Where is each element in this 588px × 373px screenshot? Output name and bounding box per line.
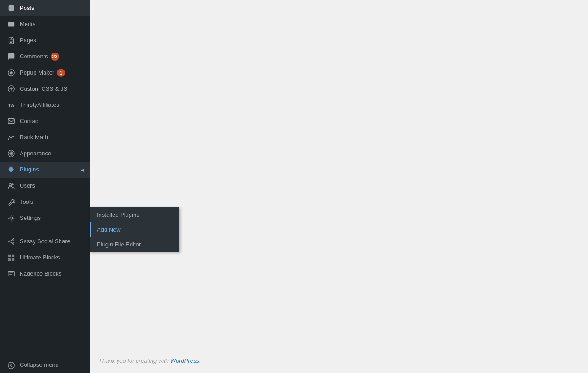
sidebar-item-popup-maker[interactable]: Popup Maker 1 [0, 65, 90, 81]
sidebar-item-contact-label: Contact [20, 117, 40, 125]
sidebar-item-sassy-social-share[interactable]: Sassy Social Share [0, 233, 90, 250]
svg-line-13 [10, 240, 12, 241]
svg-point-9 [10, 217, 12, 219]
svg-point-7 [9, 184, 12, 186]
contact-icon [6, 117, 16, 125]
sidebar-item-plugins-label: Plugins [20, 166, 39, 174]
rank-math-icon [6, 133, 16, 141]
sidebar-item-media[interactable]: Media [0, 16, 90, 32]
footer-text-after: . [199, 357, 201, 364]
settings-icon [6, 214, 16, 222]
media-icon [6, 20, 16, 28]
sidebar-item-thirsty-affiliates[interactable]: TA ThirstyAffiliates [0, 97, 90, 113]
svg-rect-16 [12, 255, 14, 257]
svg-point-12 [13, 243, 14, 245]
popup-maker-icon [6, 69, 16, 77]
footer-text-before: Thank you for creating with [99, 357, 170, 364]
ultimate-icon [6, 254, 16, 262]
submenu-add-new[interactable]: Add New [90, 222, 179, 237]
appearance-icon [6, 149, 16, 158]
submenu-installed-plugins-label: Installed Plugins [97, 211, 139, 218]
sidebar-item-popup-maker-label: Popup Maker [20, 69, 54, 77]
plugins-icon [6, 166, 16, 174]
sidebar-item-posts-label: Posts [20, 4, 35, 12]
sidebar-item-collapse-label: Collapse menu [20, 361, 59, 369]
thirsty-icon: TA [6, 101, 16, 109]
posts-icon [6, 4, 16, 12]
sidebar-item-plugins[interactable]: Plugins ◀ [0, 162, 90, 178]
submenu-installed-plugins[interactable]: Installed Plugins [90, 207, 179, 222]
sidebar-item-posts[interactable]: Posts [0, 0, 90, 16]
sidebar-item-custom-css-js[interactable]: Custom CSS & JS [0, 81, 90, 97]
sidebar-item-comments-label: Comments [20, 53, 48, 61]
svg-point-6 [10, 152, 12, 154]
svg-rect-18 [12, 258, 14, 261]
sidebar-item-media-label: Media [20, 20, 35, 28]
tools-icon [6, 198, 16, 206]
sidebar-item-appearance[interactable]: Appearance [0, 145, 90, 162]
sidebar-item-collapse[interactable]: Collapse menu [0, 357, 90, 373]
submenu-plugin-file-editor[interactable]: Plugin File Editor [90, 237, 179, 252]
sidebar-item-rank-math[interactable]: Rank Math [0, 129, 90, 145]
svg-rect-17 [8, 258, 11, 261]
comments-icon [6, 53, 16, 61]
sidebar-item-comments[interactable]: Comments 23 [0, 48, 90, 65]
main-content: Thank you for creating with WordPress. [90, 0, 588, 373]
sassy-icon [6, 237, 16, 246]
svg-line-14 [10, 242, 12, 243]
svg-rect-5 [8, 119, 14, 124]
comments-badge: 23 [51, 53, 59, 61]
sidebar-item-pages-label: Pages [20, 36, 36, 44]
sidebar-item-custom-css-js-label: Custom CSS & JS [20, 85, 67, 93]
users-icon [6, 182, 16, 190]
sidebar-item-ultimate-blocks-label: Ultimate Blocks [20, 254, 60, 262]
svg-point-20 [8, 362, 14, 368]
footer-wordpress-link[interactable]: WordPress [170, 357, 199, 364]
popup-maker-badge: 1 [57, 69, 65, 77]
pages-icon [6, 36, 16, 44]
sidebar-item-kadence-blocks-label: Kadence Blocks [20, 270, 61, 278]
sidebar-item-tools-label: Tools [20, 198, 33, 206]
footer: Thank you for creating with WordPress. [99, 357, 201, 364]
sidebar-item-tools[interactable]: Tools [0, 194, 90, 210]
svg-text:TA: TA [8, 102, 15, 108]
svg-rect-15 [8, 255, 11, 257]
sidebar-item-settings-label: Settings [20, 214, 41, 222]
svg-point-10 [13, 239, 14, 241]
sidebar-item-appearance-label: Appearance [20, 149, 51, 158]
sidebar-item-users-label: Users [20, 182, 35, 190]
sidebar-item-pages[interactable]: Pages [0, 32, 90, 48]
sidebar-item-kadence-blocks[interactable]: Kadence Blocks [0, 266, 90, 282]
svg-point-11 [9, 241, 10, 242]
sidebar-item-sassy-social-share-label: Sassy Social Share [20, 237, 70, 246]
sidebar-item-contact[interactable]: Contact [0, 113, 90, 129]
kadence-icon [6, 270, 16, 278]
sidebar-item-rank-math-label: Rank Math [20, 133, 48, 141]
collapse-icon [6, 361, 16, 369]
sidebar: Posts Media Pages Comments 23 Popup Make… [0, 0, 90, 373]
svg-rect-19 [8, 272, 14, 276]
submenu-plugin-file-editor-label: Plugin File Editor [97, 241, 141, 248]
sidebar-item-thirsty-affiliates-label: ThirstyAffiliates [20, 101, 59, 109]
plugins-submenu: Installed Plugins Add New Plugin File Ed… [90, 207, 179, 252]
plugins-arrow-icon: ◀ [81, 167, 84, 172]
submenu-add-new-label: Add New [97, 226, 121, 233]
custom-css-icon [6, 85, 16, 93]
svg-point-8 [12, 184, 14, 185]
sidebar-item-ultimate-blocks[interactable]: Ultimate Blocks [0, 250, 90, 266]
sidebar-item-users[interactable]: Users [0, 178, 90, 194]
sidebar-item-settings[interactable]: Settings [0, 210, 90, 226]
